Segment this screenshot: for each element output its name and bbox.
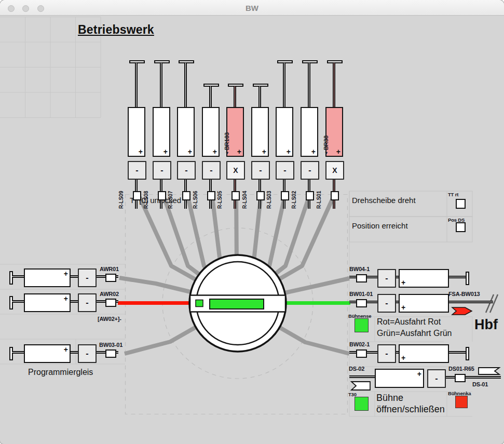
- indicator-label: Position erreicht: [352, 221, 408, 230]
- polarity-plus: +: [287, 148, 291, 155]
- polarity-plus: +: [164, 148, 168, 155]
- stub-track-occupied: + ◄BR103 X R-LS05: [226, 60, 246, 212]
- track-stem: [258, 86, 261, 107]
- track-stem: [209, 86, 212, 107]
- track-release-button[interactable]: -: [78, 293, 97, 312]
- exit-signal-red-arrow[interactable]: [452, 307, 472, 315]
- track-id-label: AWR02: [100, 291, 119, 297]
- track-section[interactable]: +: [375, 369, 424, 388]
- track-section[interactable]: +: [276, 107, 293, 157]
- connector-flag-ds02[interactable]: [351, 382, 370, 390]
- track-cancel-button[interactable]: X: [325, 161, 344, 180]
- track-id-label: BW04-1: [349, 266, 370, 272]
- feedback-sensor: [331, 191, 339, 200]
- exit-signal-label: FSA-BW013: [448, 291, 480, 297]
- polarity-plus: +: [64, 270, 68, 277]
- track-line: [12, 275, 24, 278]
- stage-caption-line2: öffnen/schließen: [376, 404, 445, 415]
- track-section[interactable]: +: [24, 293, 71, 312]
- legend-line1: Rot=Ausfahrt Rot: [377, 317, 441, 327]
- polarity-plus: +: [401, 279, 405, 286]
- track-section[interactable]: +: [399, 269, 449, 288]
- track-id-label: R-LS02: [291, 191, 297, 209]
- track-release-button[interactable]: -: [377, 294, 396, 313]
- feedback-sensor: [256, 191, 265, 200]
- polarity-plus: +: [237, 148, 241, 155]
- connector-flag-ds01[interactable]: [479, 368, 499, 374]
- feedback-sensor: [281, 191, 289, 200]
- track-release-button[interactable]: -: [177, 161, 196, 180]
- buffer-stop: [9, 296, 13, 310]
- track-section[interactable]: +: [399, 344, 449, 363]
- track-section[interactable]: +: [301, 107, 318, 157]
- track-release-button[interactable]: -: [276, 161, 294, 180]
- track-stem: [308, 63, 310, 107]
- turntable: [189, 255, 286, 352]
- direction-arrow-icon: ◄: [324, 151, 329, 155]
- exit-track-line: [449, 301, 493, 303]
- stage-state-indicator[interactable]: [455, 396, 468, 408]
- track-release-button[interactable]: -: [202, 161, 221, 180]
- track-line: [449, 351, 466, 354]
- feedback-sensor: [133, 191, 141, 200]
- stage-toggle-button[interactable]: [355, 397, 369, 411]
- train-label: ◄BR38: [323, 136, 329, 155]
- track-id-label: R-LS05: [217, 191, 223, 209]
- track-release-button[interactable]: -: [301, 161, 319, 180]
- train-label: ◄BR103: [224, 132, 230, 155]
- track-id-label: R-LS07: [168, 191, 173, 209]
- track-id-label: BW03-01: [99, 342, 122, 348]
- track-id-label: R-LS04: [242, 191, 248, 209]
- track-id-label: DS01-R65: [448, 366, 474, 372]
- stub-track: + - R-LS06: [202, 60, 222, 212]
- feedback-sensor: [105, 349, 116, 358]
- stub-track: + - R-LS07: [177, 60, 197, 212]
- stub-track-occupied: + ◄BR38 X R-LS01: [325, 60, 345, 212]
- programming-track-caption: Programmiergleis: [28, 368, 93, 377]
- tt-rt-indicator[interactable]: [456, 199, 466, 209]
- track-stem: [135, 63, 138, 107]
- track-release-button[interactable]: -: [78, 344, 97, 363]
- track-id-label: R-LS08: [143, 191, 149, 209]
- track-section[interactable]: +: [24, 344, 71, 363]
- track-stem: [160, 63, 162, 107]
- track-release-button[interactable]: -: [251, 161, 270, 180]
- feedback-sensor: [207, 191, 215, 200]
- track-release-button[interactable]: -: [377, 269, 396, 288]
- track-release-button[interactable]: -: [153, 161, 171, 180]
- stage-sensor-indicator[interactable]: [355, 318, 369, 332]
- polarity-plus: +: [336, 148, 340, 155]
- buffer-stop: [9, 347, 13, 360]
- track-line: [349, 375, 375, 378]
- track-release-button[interactable]: -: [427, 369, 446, 388]
- polarity-plus: +: [64, 295, 68, 302]
- track-section[interactable]: +: [399, 294, 449, 313]
- track-section[interactable]: +: [251, 107, 269, 157]
- track-line: [446, 376, 501, 379]
- stub-track: + - R-LS02: [301, 60, 320, 212]
- track-release-button[interactable]: -: [377, 344, 396, 363]
- track-section[interactable]: +: [24, 268, 71, 287]
- track-release-button[interactable]: -: [128, 161, 146, 180]
- track-cancel-button[interactable]: X: [226, 161, 245, 180]
- indicator-label: Drehscheibe dreht: [352, 196, 416, 205]
- track-line: [449, 276, 466, 278]
- track-line: [12, 351, 24, 354]
- polarity-plus: +: [401, 304, 405, 311]
- buffer-stop: [466, 272, 469, 285]
- feedback-sensor: [306, 191, 314, 200]
- bridge-sensor-indicator: [196, 300, 203, 307]
- stub-track: + - R-LS08: [153, 60, 172, 212]
- track-section[interactable]: +: [202, 107, 220, 157]
- track-section[interactable]: +: [153, 107, 170, 157]
- track-id-label: BW02-1: [349, 341, 370, 347]
- track-release-button[interactable]: -: [78, 268, 97, 287]
- track-section[interactable]: +: [128, 107, 145, 157]
- polarity-plus: +: [311, 148, 316, 155]
- station-label: Hbf: [474, 317, 498, 333]
- pos-ds-indicator[interactable]: [456, 222, 466, 232]
- track-id-label: BW01-01: [349, 291, 373, 297]
- feedback-sensor: [105, 274, 116, 282]
- feedback-sensor: [231, 191, 240, 200]
- track-section[interactable]: +: [177, 107, 195, 157]
